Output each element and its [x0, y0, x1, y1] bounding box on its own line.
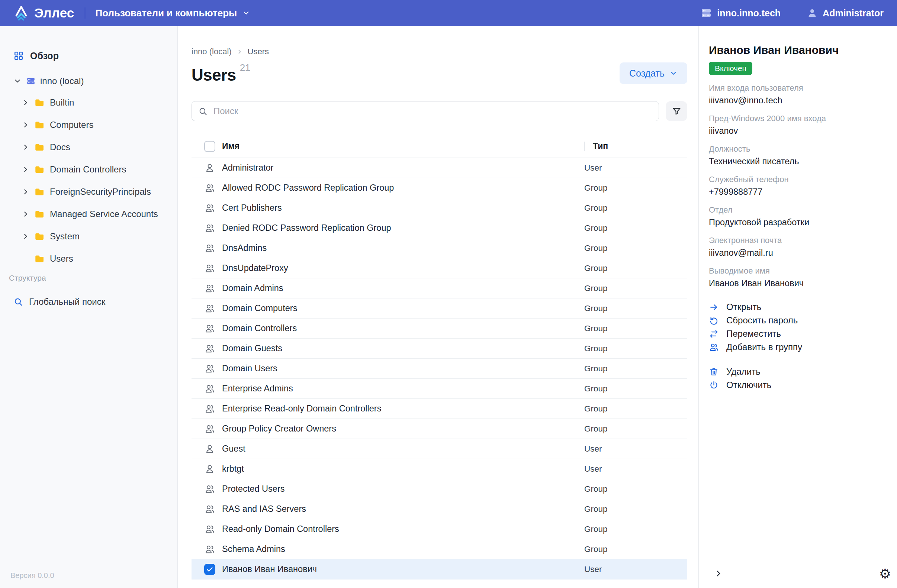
- action-label: Сбросить пароль: [726, 315, 798, 325]
- filter-button[interactable]: [666, 101, 687, 121]
- chevron-right-icon[interactable]: [21, 98, 30, 107]
- table-row[interactable]: DnsUpdateProxy Group: [191, 258, 687, 278]
- row-type: User: [584, 163, 687, 173]
- app-name: Эллес: [34, 6, 74, 20]
- table-row[interactable]: krbtgt User: [191, 459, 687, 479]
- table-row[interactable]: Group Policy Creator Owners Group: [191, 419, 687, 439]
- table-row[interactable]: Domain Admins Group: [191, 278, 687, 298]
- chevron-right-icon[interactable]: [21, 232, 30, 240]
- chevron-right-icon[interactable]: [21, 210, 30, 218]
- row-type-icon: [204, 443, 215, 455]
- sidebar-item-global-search[interactable]: Глобальный поиск: [14, 292, 178, 312]
- details-field: Имя входа пользователя iiivanov@inno.tec…: [709, 83, 886, 105]
- row-name: Protected Users: [222, 484, 584, 494]
- module-selector[interactable]: Пользователи и компьютеры: [96, 8, 251, 19]
- users-table: Имя Тип Administrator User Allowed RODC …: [191, 135, 687, 579]
- user-menu[interactable]: Administrator: [807, 8, 883, 18]
- chevron-right-icon[interactable]: [21, 143, 30, 151]
- search-input[interactable]: [191, 101, 659, 121]
- table-row[interactable]: Allowed RODC Password Replication Group …: [191, 178, 687, 198]
- search-icon: [198, 107, 208, 116]
- tree-folder-managed-service-accounts[interactable]: Managed Service Accounts: [21, 203, 178, 225]
- table-row[interactable]: Domain Guests Group: [191, 339, 687, 359]
- row-type: Group: [584, 384, 687, 394]
- row-name: Schema Admins: [222, 544, 584, 554]
- table-row[interactable]: Enterprise Admins Group: [191, 379, 687, 399]
- folder-icon: [34, 231, 44, 241]
- tree-folder-computers[interactable]: Computers: [21, 114, 178, 136]
- row-type: Group: [584, 545, 687, 554]
- collapse-panel-button[interactable]: [714, 569, 723, 578]
- table-row[interactable]: Protected Users Group: [191, 479, 687, 499]
- action-reset[interactable]: Сбросить пароль: [709, 314, 886, 327]
- app-logo-icon: [14, 5, 29, 21]
- table-row[interactable]: RAS and IAS Servers Group: [191, 499, 687, 519]
- table-row[interactable]: Guest User: [191, 439, 687, 459]
- tree-folder-label: Managed Service Accounts: [50, 209, 158, 219]
- action-power[interactable]: Отключить: [709, 378, 886, 392]
- row-type: Group: [584, 364, 687, 374]
- chevron-right-icon[interactable]: [21, 188, 30, 196]
- row-name: RAS and IAS Servers: [222, 504, 584, 514]
- folder-icon: [34, 254, 44, 264]
- chevron-right-icon[interactable]: [21, 165, 30, 174]
- tree-root-label: inno (local): [40, 76, 84, 86]
- action-trash[interactable]: Удалить: [709, 365, 886, 378]
- table-row[interactable]: Cert Publishers Group: [191, 198, 687, 218]
- breadcrumb-current[interactable]: Users: [248, 47, 269, 57]
- row-type-icon: [204, 303, 215, 314]
- breadcrumb-root[interactable]: inno (local): [191, 47, 232, 57]
- module-selector-label: Пользователи и компьютеры: [96, 8, 237, 19]
- chevron-down-icon[interactable]: [14, 77, 21, 85]
- row-type-icon: [204, 263, 215, 274]
- table-row[interactable]: DnsAdmins Group: [191, 238, 687, 258]
- domain-indicator[interactable]: inno.inno.tech: [700, 7, 781, 19]
- table-row[interactable]: Domain Computers Group: [191, 298, 687, 319]
- row-type-icon: [204, 182, 215, 194]
- users-table-body: Administrator User Allowed RODC Password…: [191, 158, 687, 579]
- tree-folder-domain-controllers[interactable]: Domain Controllers: [21, 158, 178, 181]
- table-row[interactable]: Administrator User: [191, 158, 687, 178]
- select-all-checkbox[interactable]: [204, 141, 215, 152]
- row-type-icon: [204, 363, 215, 374]
- sidebar-item-overview[interactable]: Обзор: [14, 48, 178, 63]
- row-type: Group: [584, 304, 687, 313]
- row-type-icon: [204, 423, 215, 434]
- tree-folder-docs[interactable]: Docs: [21, 136, 178, 158]
- field-value: Продуктовой разработки: [709, 217, 886, 228]
- action-addgroup[interactable]: Добавить в группу: [709, 341, 886, 354]
- table-row[interactable]: Domain Controllers Group: [191, 319, 687, 339]
- row-checkbox[interactable]: [204, 564, 215, 575]
- tree-folder-users[interactable]: Users: [21, 247, 178, 270]
- tree-root-inno-local[interactable]: inno (local): [14, 73, 178, 89]
- row-type-icon: [204, 162, 215, 174]
- tree-folder-system[interactable]: System: [21, 225, 178, 247]
- table-row[interactable]: Enterprise Read-only Domain Controllers …: [191, 399, 687, 419]
- field-label: Имя входа пользователя: [709, 83, 886, 93]
- app-version: Версия 0.0.0: [11, 571, 54, 580]
- row-name: Read-only Domain Controllers: [222, 524, 584, 534]
- row-type: Group: [584, 504, 687, 514]
- table-row[interactable]: Denied RODC Password Replication Group G…: [191, 218, 687, 238]
- structure-section-label: Структура: [9, 273, 178, 283]
- chevron-right-icon[interactable]: [21, 121, 30, 129]
- tree-folder-foreignsecurityprincipals[interactable]: ForeignSecurityPrincipals: [21, 181, 178, 203]
- row-type-icon: [204, 484, 215, 495]
- field-label: Служебный телефон: [709, 175, 886, 184]
- details-field: Должность Технический писатель: [709, 144, 886, 166]
- row-name: krbtgt: [222, 464, 584, 474]
- table-row[interactable]: Domain Users Group: [191, 359, 687, 379]
- create-button[interactable]: Создать: [620, 63, 687, 84]
- topbar: Эллес Пользователи и компьютеры inno.inn…: [0, 0, 897, 26]
- row-type-icon: [204, 544, 215, 555]
- tree-folder-builtin[interactable]: Builtin: [21, 92, 178, 114]
- settings-button[interactable]: ⚙︎: [879, 567, 891, 580]
- row-type: Group: [584, 524, 687, 534]
- gear-icon: ⚙︎: [879, 566, 891, 581]
- tree-folder-label: Users: [50, 254, 73, 264]
- table-row[interactable]: Read-only Domain Controllers Group: [191, 519, 687, 539]
- table-row[interactable]: Иванов Иван Иванович User: [191, 559, 687, 579]
- table-row[interactable]: Schema Admins Group: [191, 539, 687, 559]
- action-open[interactable]: Открыть: [709, 300, 886, 314]
- action-move[interactable]: Переместить: [709, 327, 886, 341]
